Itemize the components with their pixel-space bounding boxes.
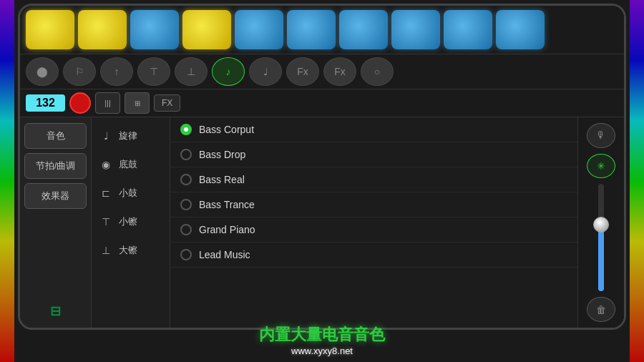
radio-bass-drop[interactable] xyxy=(180,149,192,160)
cymbal-icon: ⊥ xyxy=(99,243,113,258)
fx1-icon: Fx xyxy=(297,66,308,77)
flag-icon: ⊥ xyxy=(187,66,195,77)
sound-item-lead-music[interactable]: Lead Music xyxy=(170,243,577,268)
radio-bass-corput[interactable] xyxy=(180,124,192,135)
note2-nav-btn[interactable]: ♩ xyxy=(249,57,282,86)
grid-button[interactable]: ⊞ xyxy=(125,92,150,114)
sound-item-bass-corput[interactable]: Bass Corput xyxy=(170,117,577,142)
pad-3[interactable] xyxy=(130,10,179,49)
menu-item-hihat[interactable]: ⊤ 小镲 xyxy=(92,207,170,236)
spectrum-right xyxy=(630,0,644,362)
menu-item-cymbal[interactable]: ⊥ 大镲 xyxy=(92,236,170,265)
pad-9[interactable] xyxy=(444,10,492,49)
mic-icon: 🎙 xyxy=(596,129,606,141)
slider-thumb[interactable] xyxy=(593,217,609,233)
menu-item-melody[interactable]: ♩ 旋律 xyxy=(92,122,170,150)
volume-slider[interactable] xyxy=(578,184,624,291)
trophy-icon: ⚐ xyxy=(75,66,84,77)
left-sidebar: 音色 节拍/曲调 效果器 ⊟ xyxy=(20,117,92,328)
app-logo: ⊟ xyxy=(24,300,87,322)
sound-item-bass-real[interactable]: Bass Real xyxy=(170,167,577,192)
mixer-button[interactable]: ||| xyxy=(95,92,120,114)
effects-btn[interactable]: 效果器 xyxy=(24,183,87,209)
effects-label: 效果器 xyxy=(42,190,69,201)
sound-list: Bass Corput Bass Drop Bass Real Bass Tra… xyxy=(170,117,577,328)
arrow-up-icon: ↑ xyxy=(114,66,119,77)
mic-button[interactable]: 🎙 xyxy=(587,123,615,148)
slider-track xyxy=(598,184,604,291)
pads-row xyxy=(20,6,624,54)
rhythm-label: 节拍/曲调 xyxy=(36,160,76,171)
radio-grand-piano[interactable] xyxy=(180,224,192,235)
circle-icon: ○ xyxy=(374,66,380,77)
fx2-nav-btn[interactable]: Fx xyxy=(323,57,356,86)
record-nav-btn[interactable]: ⬤ xyxy=(26,57,59,86)
controls-row: 132 ||| ⊞ FX xyxy=(20,89,624,117)
music-nav-btn[interactable]: ♪ xyxy=(212,57,245,86)
logo-icon: ⊟ xyxy=(50,304,61,318)
sound-label-bass-corput: Bass Corput xyxy=(199,124,254,135)
music-note-icon: ♪ xyxy=(226,66,231,77)
bottom-url: www.xyxy8.net xyxy=(0,346,644,356)
melody-icon: ♩ xyxy=(99,129,113,143)
pin-icon: ⊤ xyxy=(150,66,158,77)
pad-8[interactable] xyxy=(391,10,440,49)
pad-4[interactable] xyxy=(182,10,231,49)
pad-2[interactable] xyxy=(78,10,127,49)
melody-label: 旋律 xyxy=(119,129,137,142)
rhythm-btn[interactable]: 节拍/曲调 xyxy=(24,153,87,179)
right-panel: 🎙 ✳ 🗑 xyxy=(577,117,624,328)
cymbal-label: 大镲 xyxy=(119,244,137,257)
note2-icon: ♩ xyxy=(263,66,268,77)
circle-nav-btn[interactable]: ○ xyxy=(361,57,394,86)
menu-item-snare[interactable]: ⊏ 小鼓 xyxy=(92,179,170,207)
device-wrapper: ⬤ ⚐ ↑ ⊤ ⊥ ♪ ♩ xyxy=(0,0,644,362)
pad-1[interactable] xyxy=(26,10,74,49)
menu-item-bass-drum[interactable]: ◉ 底鼓 xyxy=(92,150,170,179)
pad-10[interactable] xyxy=(496,10,545,49)
fx2-icon: Fx xyxy=(334,66,346,77)
snare-icon: ⊏ xyxy=(99,186,113,200)
pad-7[interactable] xyxy=(339,10,388,49)
sound-item-bass-drop[interactable]: Bass Drop xyxy=(170,142,577,167)
hihat-label: 小镲 xyxy=(119,215,137,228)
radio-bass-trance[interactable] xyxy=(180,199,192,210)
radio-lead-music[interactable] xyxy=(180,249,192,260)
record-button[interactable] xyxy=(69,92,91,114)
fx-top-button[interactable]: FX xyxy=(154,94,180,112)
arrow-up-nav-btn[interactable]: ↑ xyxy=(100,57,133,86)
flag-nav-btn[interactable]: ⊥ xyxy=(175,57,208,86)
grid-icon: ⊞ xyxy=(135,99,140,107)
pad-5[interactable] xyxy=(235,10,283,49)
bass-drum-icon: ◉ xyxy=(99,157,113,172)
fx-top-label: FX xyxy=(162,98,172,108)
pin-nav-btn[interactable]: ⊤ xyxy=(137,57,170,86)
pad-6[interactable] xyxy=(287,10,336,49)
trash-icon: 🗑 xyxy=(596,304,606,315)
slider-fill xyxy=(598,227,604,291)
radio-bass-real[interactable] xyxy=(180,174,192,185)
star-button[interactable]: ✳ xyxy=(587,154,615,179)
phone-inner: ⬤ ⚐ ↑ ⊤ ⊥ ♪ ♩ xyxy=(20,6,624,328)
record-nav-icon: ⬤ xyxy=(36,66,48,77)
trophy-nav-btn[interactable]: ⚐ xyxy=(63,57,96,86)
bpm-display: 132 xyxy=(26,94,65,112)
timbre-label: 音色 xyxy=(47,130,65,141)
bottom-text-area: 内置大量电音音色 www.xyxy8.net xyxy=(0,324,644,356)
fx1-nav-btn[interactable]: Fx xyxy=(286,57,319,86)
bottom-title: 内置大量电音音色 xyxy=(0,324,644,346)
star-icon: ✳ xyxy=(597,160,605,172)
delete-button[interactable]: 🗑 xyxy=(587,297,615,322)
nav-row: ⬤ ⚐ ↑ ⊤ ⊥ ♪ ♩ xyxy=(20,54,624,89)
instrument-menu: ♩ 旋律 ◉ 底鼓 ⊏ 小鼓 ⊤ 小镲 xyxy=(92,117,170,328)
snare-label: 小鼓 xyxy=(119,187,137,200)
timbre-btn[interactable]: 音色 xyxy=(24,123,87,149)
sound-label-bass-trance: Bass Trance xyxy=(199,199,255,210)
sound-item-grand-piano[interactable]: Grand Piano xyxy=(170,217,577,243)
mixer-icon: ||| xyxy=(104,99,111,107)
sound-label-bass-drop: Bass Drop xyxy=(199,149,245,160)
phone-frame: ⬤ ⚐ ↑ ⊤ ⊥ ♪ ♩ xyxy=(18,4,626,330)
sound-item-bass-trance[interactable]: Bass Trance xyxy=(170,192,577,217)
main-content: 音色 节拍/曲调 效果器 ⊟ ♩ 旋律 xyxy=(20,117,624,328)
sound-label-bass-real: Bass Real xyxy=(199,174,245,185)
